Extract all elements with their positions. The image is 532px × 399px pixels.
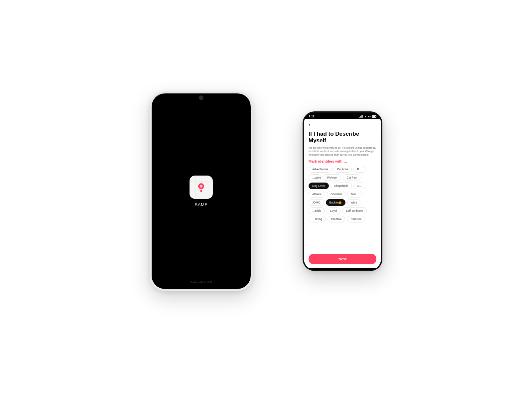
tag-cautious[interactable]: Cautious (333, 166, 352, 173)
tag-bier[interactable]: Bier… (347, 191, 362, 198)
tag-cat-fan[interactable]: Cat Fan (343, 174, 360, 181)
status-icons: ▲ 4G (359, 115, 376, 118)
app-icon (190, 176, 213, 199)
battery-icon (372, 115, 376, 118)
tag-adventurous[interactable]: Adventurous (309, 166, 332, 173)
tag-native[interactable]: …ative (309, 174, 321, 181)
screen-title: If I had to Describe Myself (309, 131, 376, 144)
tag-shopaholic[interactable]: Shopaholic (331, 183, 352, 189)
signal-icon (359, 115, 363, 118)
tags-container: Adventurous Cautious Pra… …ative IPA lov… (309, 166, 376, 251)
tag-self-confident[interactable]: Self-confident (342, 207, 367, 214)
network-label: 4G (368, 115, 371, 118)
tag-carefree[interactable]: Carefree (347, 216, 365, 222)
tag-witty[interactable]: Witty (347, 199, 361, 206)
status-time: 2:12 (309, 115, 315, 118)
svg-point-7 (200, 185, 202, 188)
small-phone-screen: 2:12 ▲ 4G ‹ If (304, 113, 381, 270)
status-bar: 2:12 ▲ 4G (304, 113, 381, 119)
tag-athletic[interactable]: Athletic (309, 191, 325, 198)
big-phone-screen: SAME OndersMark LLC (152, 93, 251, 289)
tag-loyal[interactable]: Loyal (327, 207, 340, 214)
tag-jomo[interactable]: JOMO (309, 199, 324, 206)
screen-description: We are who we identify to be. For a more… (309, 146, 376, 157)
wifi-icon: ▲ (364, 115, 367, 118)
tag-cocktails[interactable]: Cocktails (327, 191, 345, 198)
tag-humble[interactable]: …mble (309, 207, 325, 214)
tag-a[interactable]: A… (353, 183, 365, 189)
small-phone: 2:12 ▲ 4G ‹ If (303, 111, 382, 271)
tag-ipa-lover[interactable]: IPA lover (323, 174, 341, 181)
section-label: Mark identifies with … (309, 159, 376, 163)
phone-content: ‹ If I had to Describe Myself We are who… (304, 119, 381, 268)
tag-charming[interactable]: …rming (309, 216, 326, 222)
tag-creative[interactable]: Creative (328, 216, 345, 222)
scene: SAME OndersMark LLC 2:12 ▲ 4G (150, 91, 382, 308)
next-button[interactable]: Next (309, 254, 376, 264)
big-phone-footer: OndersMark LLC (190, 281, 212, 284)
front-camera (199, 95, 203, 100)
tag-practical[interactable]: Pra… (353, 166, 366, 173)
app-name-label: SAME (195, 202, 208, 207)
tag-dog-lover[interactable]: Dog Lover (309, 183, 329, 189)
big-phone: SAME OndersMark LLC (150, 91, 253, 291)
tag-bookio[interactable]: Bookio🍊 (326, 199, 345, 206)
battery-fill (372, 116, 375, 117)
pin-icon (198, 183, 205, 192)
back-button[interactable]: ‹ (309, 122, 376, 128)
app-icon-container: SAME (190, 176, 213, 207)
